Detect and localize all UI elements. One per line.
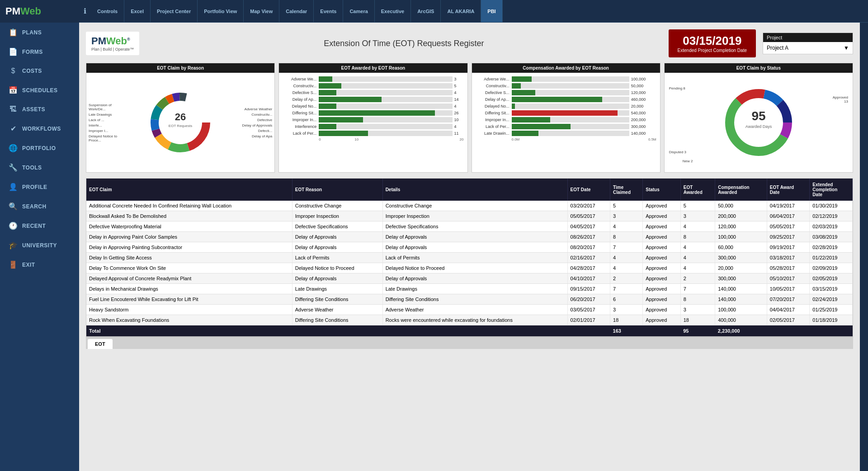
sidebar-item-schedules[interactable]: 📅 SCHEDULES [0,80,79,100]
col-compensation: CompensationAwarded [715,179,767,201]
status-chart: EOT Claim by Status Pending 8 Approved 1… [664,63,853,173]
workflows-icon: ✔ [9,124,18,133]
legend-defective: Defective [236,118,272,122]
col-eot-date: EOT Date [567,179,610,201]
pmweb-logo: PMWeb® Plan | Build | Operate™ [86,32,139,55]
nav-excel[interactable]: Excel [124,0,151,22]
bar-row: Delay of Ap... 14 [283,97,463,102]
status-title: EOT Claim by Status [665,63,853,73]
sidebar-nav: 📋 PLANS 📄 FORMS $ COSTS 📅 SCHEDULES 🏗 AS… [0,23,79,471]
nav-executive[interactable]: Executive [375,0,411,22]
svg-text:26: 26 [175,111,186,122]
legend-late-drawings: Late Drawings [89,113,125,117]
data-table-container: EOT Claim EOT Reason Details EOT Date Ti… [86,178,853,337]
sidebar-item-search[interactable]: 🔍 SEARCH [0,197,79,216]
compensation-bars: Adverse We... 100,000 Constructiv... 50,… [472,73,660,144]
table-row: Fuel Line Encoutered While Excavating fo… [86,294,853,305]
sidebar-item-university[interactable]: 🎓 UNIVERSITY [0,236,79,255]
bar-row: Delayed No... 20,000 [476,104,656,109]
total-label: Total [86,325,610,337]
table-footer-row: Total 163 95 2,230,000 [86,325,853,337]
sidebar-item-costs[interactable]: $ COSTS [0,61,79,80]
sidebar-item-portfolio[interactable]: 🌐 PORTFOLIO [0,138,79,158]
table-row: Rock When Excavating Foundations Differi… [86,315,853,325]
table-row: Delay in Approving Painting Subcontracto… [86,242,853,253]
info-icon[interactable]: ℹ [79,7,91,15]
bar-row: Lack of Per... 300,000 [476,124,656,129]
assets-icon: 🏗 [9,105,18,113]
sidebar-item-recent[interactable]: 🕐 RECENT [0,216,79,236]
eot-awarded-bars: Adverse We... 3 Constructiv... 5 Defecti… [279,73,467,144]
compensation-title: Compensation Awarded by EOT Reason [472,63,660,73]
bar-row: Constructiv... 50,000 [476,83,656,89]
table-header-row: EOT Claim EOT Reason Details EOT Date Ti… [86,179,853,201]
sidebar-logo: PMWeb [0,0,79,23]
plans-icon: 📋 [9,28,18,37]
sidebar-item-label: ASSETS [22,106,45,113]
portfolio-icon: 🌐 [9,144,18,152]
col-time-claimed: TimeClaimed [610,179,643,201]
sidebar-item-label: SCHEDULES [22,87,58,94]
bar-row: Delayed No... 4 [283,104,463,109]
svg-point-10 [159,101,202,144]
eot-claim-title: EOT Claim by Reason [86,63,274,73]
eot-awarded-title: EOT Awarded by EOT Reason [279,63,467,73]
schedules-icon: 📅 [9,86,18,94]
sidebar: PMWeb 📋 PLANS 📄 FORMS $ COSTS 📅 SCHEDULE… [0,0,79,471]
sidebar-item-assets[interactable]: 🏗 ASSETS [0,100,79,119]
status-donut-svg: 95 Awarded Days [722,86,795,159]
nav-events[interactable]: Events [314,0,343,22]
legend-delay-approvals: Delay of Approvals [236,123,272,127]
pmweb-logo-text: PMWeb® [91,35,134,47]
eot-claim-donut-svg: 26 EOT Requests [149,91,212,154]
project-filter: Project Project A ▼ [763,33,853,54]
eot-table: EOT Claim EOT Reason Details EOT Date Ti… [86,179,853,336]
col-eot-reason: EOT Reason [292,179,382,201]
table-row: Additional Concrete Needed In Confined R… [86,201,853,211]
sidebar-item-label: PORTFOLIO [22,145,56,151]
nav-project-center[interactable]: Project Center [151,0,198,22]
tab-eot[interactable]: EOT [88,339,113,349]
legend-lack: Lack of ... [89,118,125,122]
bar-row: Lack of Per... 11 [283,131,463,136]
forms-icon: 📄 [9,47,18,56]
sidebar-item-workflows[interactable]: ✔ WORKFLOWS [0,119,79,138]
dashboard-header: PMWeb® Plan | Build | Operate™ Extension… [86,29,853,57]
sidebar-item-tools[interactable]: 🔧 TOOLS [0,158,79,177]
col-eot-awarded: EOTAwarded [680,179,715,201]
svg-text:95: 95 [751,109,765,123]
completion-date-box: 03/15/2019 Extended Project Completion D… [669,29,756,57]
sidebar-item-forms[interactable]: 📄 FORMS [0,42,79,61]
project-filter-value[interactable]: Project A ▼ [763,42,853,54]
nav-al-akaria[interactable]: AL AKARIA [441,0,481,22]
svg-text:Awarded Days: Awarded Days [745,124,772,129]
table-row: Delay To Commence Work On Site Delayed N… [86,263,853,273]
nav-arcgis[interactable]: ArcGIS [411,0,441,22]
legend-adverse: Adverse Weather [236,107,272,111]
nav-portfolio-view[interactable]: Portfolio View [198,0,244,22]
bar-row: Differing Sit... 26 [283,110,463,116]
table-row: Heavy Sandstorm Adverse Weather Adverse … [86,305,853,315]
bar-row: Constructiv... 5 [283,83,463,89]
nav-camera[interactable]: Camera [343,0,374,22]
completion-label: Extended Project Completion Date [678,48,747,53]
sidebar-item-exit[interactable]: 🚪 EXIT [0,255,79,274]
total-blank-status [643,325,681,337]
nav-map-view[interactable]: Map View [244,0,279,22]
col-award-date: EOT AwardDate [767,179,810,201]
legend-defecti: Defecti... [236,129,272,133]
bar-row: Defective S... 4 [283,90,463,95]
nav-pbi[interactable]: PBI [481,0,502,22]
eot-claim-chart: EOT Claim by Reason Suspension of Work/D… [86,63,275,173]
chevron-down-icon: ▼ [844,45,849,51]
page-title: Extension Of Time (EOT) Requests Registe… [146,39,661,48]
bar-row: Delay of Ap... 460,000 [476,97,656,102]
sidebar-item-label: RECENT [22,223,46,229]
col-status: Status [643,179,681,201]
sidebar-item-profile[interactable]: 👤 PROFILE [0,177,79,197]
nav-controls[interactable]: Controls [91,0,124,22]
sidebar-item-plans[interactable]: 📋 PLANS [0,23,79,42]
total-blank-2 [810,325,853,337]
nav-calendar[interactable]: Calendar [279,0,314,22]
sidebar-item-label: PROFILE [22,184,47,190]
